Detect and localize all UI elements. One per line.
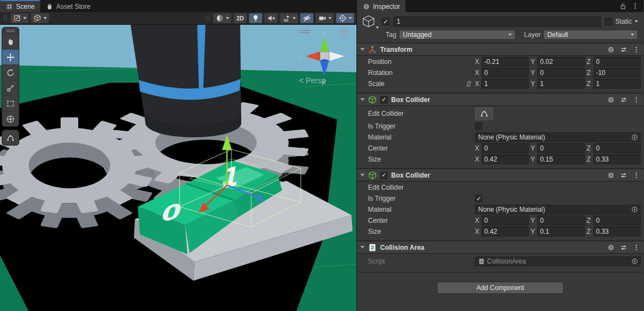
toolbar-drag-handle[interactable] (4, 15, 7, 22)
rotation-y-input[interactable] (537, 68, 585, 78)
size-z-input[interactable] (593, 227, 641, 237)
chevron-down-icon (508, 34, 512, 36)
transform-component: Transform Position X Y Z (357, 43, 643, 93)
foldout-arrow[interactable] (360, 174, 365, 176)
hand-tool-button[interactable] (2, 34, 19, 49)
foldout-arrow[interactable] (360, 246, 365, 249)
gizmo-z-axis-cone[interactable] (320, 60, 329, 77)
presets-icon[interactable] (620, 171, 627, 179)
size-y-input[interactable] (537, 154, 585, 164)
kebab-menu-icon[interactable] (632, 244, 640, 251)
static-group: Static (605, 18, 639, 25)
scene-audio-button[interactable] (264, 13, 278, 23)
scale-x-input[interactable] (481, 79, 529, 89)
is-trigger-checkbox[interactable] (475, 122, 483, 130)
kebab-menu-icon[interactable] (632, 46, 640, 53)
tab-scene[interactable]: Scene (0, 0, 40, 12)
tab-inspector[interactable]: Inspector (357, 0, 405, 12)
size-x-input[interactable] (481, 227, 529, 237)
persp-arrow-icon[interactable]: < (299, 76, 304, 85)
size-x-input[interactable] (481, 154, 529, 164)
scene-visibility-button[interactable] (300, 13, 313, 23)
size-y-input[interactable] (537, 227, 585, 237)
is-trigger-checkbox[interactable]: ✓ (475, 195, 483, 202)
scale-y-input[interactable] (537, 79, 585, 89)
material-object-field[interactable]: None (Physic Material) (475, 205, 641, 215)
rotate-tool-button[interactable] (2, 65, 19, 80)
grid-snap-dropdown[interactable] (31, 13, 49, 23)
camera-settings-dropdown[interactable] (316, 13, 334, 23)
help-icon[interactable] (607, 46, 615, 53)
gizmos-dropdown[interactable] (336, 13, 354, 23)
gameobject-cube-icon[interactable] (361, 14, 378, 29)
gizmo-y-label[interactable]: y (322, 29, 326, 36)
object-picker-icon[interactable] (631, 258, 638, 265)
scene-viewport[interactable]: 1 0 (0, 25, 356, 311)
help-icon[interactable] (607, 96, 615, 104)
scale-z-input[interactable] (593, 79, 641, 89)
scale-tool-button[interactable] (2, 80, 19, 95)
center-row: Center X Y Z (357, 143, 641, 153)
gizmo-x-axis-cone[interactable] (306, 52, 321, 61)
component-enabled-checkbox[interactable]: ✓ (380, 96, 388, 104)
foldout-arrow[interactable] (360, 98, 365, 101)
kebab-menu-icon[interactable] (632, 96, 640, 104)
edit-collider-tool-button[interactable] (2, 130, 19, 145)
gizmo-x-label[interactable]: x (299, 53, 302, 60)
presets-icon[interactable] (620, 96, 627, 104)
presets-icon[interactable] (620, 46, 627, 53)
persp-label[interactable]: Persp (306, 76, 326, 85)
tag-dropdown[interactable]: Untagged (399, 30, 516, 40)
unlock-icon[interactable] (619, 2, 627, 10)
position-z-input[interactable] (593, 57, 641, 67)
kebab-menu-icon[interactable] (631, 2, 639, 10)
position-x-input[interactable] (481, 57, 529, 67)
inspector-pane: Inspector ✓ Sta (357, 0, 643, 311)
gizmo-neg-x-axis-cone[interactable] (328, 52, 345, 61)
layer-dropdown[interactable]: Default (543, 30, 638, 40)
gizmo-y-axis-cone[interactable] (320, 37, 329, 53)
material-object-field[interactable]: None (Physic Material) (475, 132, 641, 142)
scene-lighting-button[interactable] (249, 13, 262, 23)
unlocked-padlock-icon[interactable] (342, 29, 347, 35)
tower-cylinder[interactable] (131, 25, 241, 137)
2d-label: 2D (236, 15, 243, 22)
gameobject-active-checkbox[interactable]: ✓ (382, 18, 389, 25)
toolbar-drag-handle[interactable] (207, 15, 209, 22)
rotation-z-input[interactable] (593, 68, 641, 78)
static-dropdown-caret[interactable] (635, 20, 638, 23)
effects-dropdown[interactable] (280, 13, 298, 23)
foldout-arrow[interactable] (360, 48, 365, 51)
kebab-menu-icon[interactable] (632, 171, 640, 179)
help-icon[interactable] (607, 244, 615, 251)
tools-drag-handle[interactable] (2, 28, 19, 34)
rotation-x-input[interactable] (481, 68, 529, 78)
toggle-2d-button[interactable]: 2D (234, 13, 247, 23)
center-x-input[interactable] (481, 216, 529, 226)
move-tool-button[interactable] (2, 49, 19, 65)
help-icon[interactable] (607, 171, 615, 179)
center-z-input[interactable] (593, 216, 641, 226)
tab-asset-store[interactable]: Asset Store (40, 0, 96, 12)
position-y-input[interactable] (537, 57, 585, 67)
center-z-input[interactable] (593, 143, 641, 153)
component-enabled-checkbox[interactable]: ✓ (380, 171, 388, 179)
constrain-proportions-icon[interactable] (465, 80, 473, 88)
object-picker-icon[interactable] (631, 133, 638, 141)
collider-edit-icon (480, 109, 489, 118)
tool-settings-dropdown[interactable] (10, 13, 29, 23)
presets-icon[interactable] (620, 244, 627, 251)
size-z-input[interactable] (593, 154, 641, 164)
transform-tool-button[interactable] (2, 111, 19, 126)
center-y-input[interactable] (537, 143, 585, 153)
edit-collider-button[interactable] (475, 108, 493, 120)
static-checkbox[interactable] (605, 18, 613, 25)
gizmo-drag-handle[interactable] (299, 30, 310, 33)
center-y-input[interactable] (537, 216, 585, 226)
rect-tool-button[interactable] (2, 95, 19, 111)
object-picker-icon[interactable] (631, 206, 638, 213)
add-component-button[interactable]: Add Component (437, 282, 564, 294)
draw-mode-dropdown[interactable] (213, 13, 231, 23)
center-x-input[interactable] (481, 143, 529, 153)
gameobject-name-field[interactable] (393, 17, 601, 27)
